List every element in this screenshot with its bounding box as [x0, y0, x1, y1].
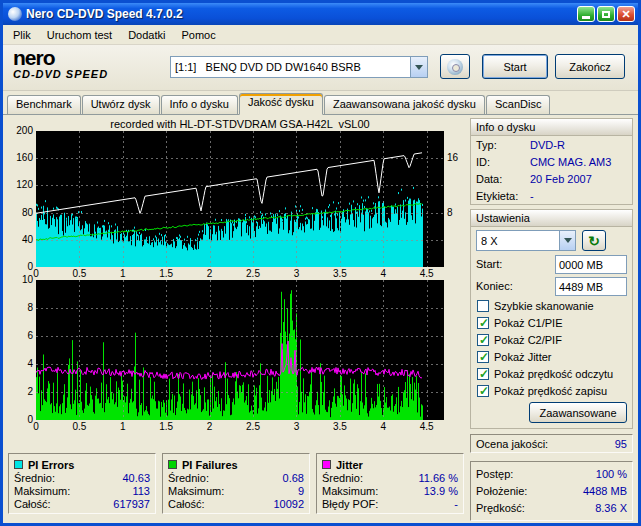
- checkbox-label: Szybkie skanowanie: [494, 300, 594, 312]
- stat-value: 9: [298, 485, 304, 498]
- disc-info-label: Typ:: [476, 139, 530, 151]
- stat-label: Średnio:: [14, 472, 122, 485]
- tab-benchmark[interactable]: Benchmark: [7, 95, 81, 114]
- chevron-down-icon: [415, 65, 423, 70]
- stat-value: 617937: [113, 498, 150, 511]
- stat-value: 11.66 %: [418, 472, 458, 485]
- checkbox-pokaz-predkosc-zapisu[interactable]: Pokaż prędkość zapisu: [471, 382, 632, 399]
- pi-errors-panel: PI Errors Średnio:40.63 Maksimum:113 Cał…: [8, 453, 156, 514]
- disc-info-label: Data:: [476, 173, 530, 185]
- speed-select-dropdown[interactable]: [559, 231, 575, 250]
- nero-logo: nero CD-DVD SPEED: [13, 48, 163, 80]
- checkbox-pokaz-c2-pif[interactable]: Pokaż C2/PIF: [471, 331, 632, 348]
- title-bar: Nero CD-DVD Speed 4.7.0.2 ✕: [3, 3, 638, 25]
- tab-strip: Benchmark Utwórz dysk Info o dysku Jakoś…: [3, 91, 638, 115]
- progress-panel: Postęp:100 % Położenie:4488 MB Prędkość:…: [470, 461, 633, 521]
- menu-plik[interactable]: Plik: [5, 26, 39, 44]
- window-maximize-button[interactable]: [597, 6, 615, 22]
- menu-bar: Plik Uruchom test Dodatki Pomoc: [3, 25, 638, 45]
- checkbox-pokaz-predkosc-odczytu[interactable]: Pokaż prędkość odczytu: [471, 365, 632, 382]
- pif-y-axis-labels: 0246810: [8, 280, 36, 420]
- speed-value: 8.36 X: [595, 500, 627, 517]
- pif-right-axis-labels: [444, 280, 464, 420]
- checkbox-label: Pokaż C1/PIE: [494, 317, 562, 329]
- position-label: Położenie:: [476, 483, 583, 500]
- checkbox-label: Pokaż prędkość zapisu: [494, 385, 607, 397]
- checkbox-label: Pokaż prędkość odczytu: [494, 368, 613, 380]
- end-position-input[interactable]: 4489 MB: [555, 277, 627, 296]
- advanced-button[interactable]: Zaawansowane: [529, 402, 627, 423]
- start-position-input[interactable]: 0000 MB: [555, 255, 627, 274]
- drive-select-value: [1:1] BENQ DVD DD DW1640 BSRB: [171, 61, 410, 73]
- right-panel: Info o dysku Typ:DVD-R ID:CMC MAG. AM3 D…: [470, 118, 633, 521]
- speed-select-value: 8 X: [477, 235, 559, 247]
- pi-failures-swatch: [168, 460, 177, 469]
- pif-chart-canvas: [36, 280, 444, 420]
- refresh-icon: ↻: [588, 233, 600, 249]
- disc-label-value: -: [530, 190, 534, 202]
- tab-info-o-dysku[interactable]: Info o dysku: [161, 95, 238, 114]
- drive-select-dropdown[interactable]: [410, 57, 427, 77]
- tab-utworz-dysk[interactable]: Utwórz dysk: [82, 95, 160, 114]
- checkbox-szybkie-skanowanie[interactable]: Szybkie skanowanie: [471, 297, 632, 314]
- position-value: 4488 MB: [583, 483, 627, 500]
- checkbox-pokaz-jitter[interactable]: Pokaż Jitter: [471, 348, 632, 365]
- stat-label: Średnio:: [322, 472, 418, 485]
- jitter-title: Jitter: [336, 459, 363, 471]
- settings-group: Ustawienia 8 X ↻ Start:0000 MB Koniec:44…: [470, 209, 633, 429]
- checkbox-icon: [477, 334, 489, 346]
- stat-label: Całość:: [14, 498, 113, 511]
- quality-chart-panel: recorded with HL-DT-STDVDRAM GSA-H42L vS…: [8, 118, 464, 433]
- stat-label: Maksimum:: [168, 485, 298, 498]
- settings-header: Ustawienia: [471, 210, 632, 227]
- speed-label: Prędkość:: [476, 500, 595, 517]
- disc-icon: [447, 59, 463, 75]
- maximize-icon: [602, 11, 610, 18]
- checkbox-icon: [477, 351, 489, 363]
- checkbox-label: Pokaż Jitter: [494, 351, 551, 363]
- menu-uruchom-test[interactable]: Uruchom test: [39, 26, 120, 44]
- disc-id-value: CMC MAG. AM3: [530, 156, 611, 168]
- disc-tray-button[interactable]: [440, 54, 470, 79]
- app-icon: [8, 7, 22, 21]
- checkbox-pokaz-c1-pie[interactable]: Pokaż C1/PIE: [471, 314, 632, 331]
- chart-title: recorded with HL-DT-STDVDRAM GSA-H42L vS…: [36, 118, 444, 131]
- menu-pomoc[interactable]: Pomoc: [173, 26, 223, 44]
- stat-label: Maksimum:: [14, 485, 132, 498]
- refresh-speeds-button[interactable]: ↻: [582, 230, 606, 251]
- tab-zaawansowana-jakosc[interactable]: Zaawansowana jakość dysku: [324, 95, 485, 114]
- quality-score-label: Ocena jakości:: [476, 438, 615, 450]
- stat-label: Maksimum:: [322, 485, 424, 498]
- stat-value: 0.68: [283, 472, 304, 485]
- stat-label: Błędy POF:: [322, 498, 454, 511]
- nero-logo-text: nero: [13, 48, 163, 68]
- pie-chart-canvas: [36, 131, 444, 267]
- drive-select[interactable]: [1:1] BENQ DVD DD DW1640 BSRB: [170, 56, 428, 78]
- checkbox-icon: [477, 317, 489, 329]
- start-button[interactable]: Start: [482, 54, 548, 79]
- pi-failures-panel: PI Failures Średnio:0.68 Maksimum:9 Cało…: [162, 453, 310, 514]
- disc-info-label: ID:: [476, 156, 530, 168]
- statistics-row: PI Errors Średnio:40.63 Maksimum:113 Cał…: [8, 453, 464, 514]
- tab-jakosc-dysku[interactable]: Jakość dysku: [239, 93, 323, 115]
- pif-x-axis-labels: 00.511.522.533.544.5: [36, 420, 444, 433]
- exit-button[interactable]: Zakończ: [555, 54, 625, 79]
- pie-x-axis-labels: 00.511.522.533.544.5: [36, 267, 444, 280]
- quality-score-value: 95: [615, 438, 627, 450]
- end-field-label: Koniec:: [476, 280, 555, 292]
- disc-info-group: Info o dysku Typ:DVD-R ID:CMC MAG. AM3 D…: [470, 118, 633, 205]
- speed-select[interactable]: 8 X: [476, 230, 576, 251]
- window-close-button[interactable]: ✕: [617, 6, 635, 22]
- app-window: Nero CD-DVD Speed 4.7.0.2 ✕ Plik Uruchom…: [0, 0, 641, 526]
- disc-info-header: Info o dysku: [471, 119, 632, 136]
- checkbox-icon: [477, 300, 489, 312]
- disc-info-label: Etykieta:: [476, 190, 530, 202]
- quality-tab-page: recorded with HL-DT-STDVDRAM GSA-H42L vS…: [3, 115, 638, 523]
- window-minimize-button[interactable]: [577, 6, 595, 22]
- progress-value: 100 %: [596, 466, 627, 483]
- tab-scandisc[interactable]: ScanDisc: [486, 95, 550, 114]
- window-title: Nero CD-DVD Speed 4.7.0.2: [26, 7, 575, 21]
- checkbox-icon: [477, 368, 489, 380]
- checkbox-label: Pokaż C2/PIF: [494, 334, 562, 346]
- menu-dodatki[interactable]: Dodatki: [120, 26, 173, 44]
